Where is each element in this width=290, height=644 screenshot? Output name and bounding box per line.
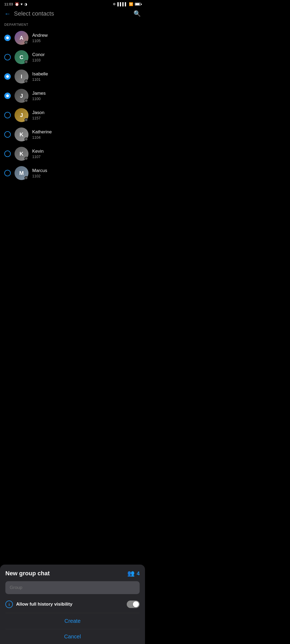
wifi-icon: 🛜 [129, 2, 133, 6]
contact-info-kevin: Kevin1107 [32, 149, 141, 159]
avatar-container-conor: C [15, 50, 28, 64]
radio-katherine[interactable] [4, 131, 11, 138]
contact-ext-kevin: 1107 [32, 155, 141, 159]
status-dot-isabelle [24, 79, 28, 83]
time-display: 11:03 [4, 2, 13, 6]
battery-icon [135, 3, 141, 6]
status-dot-andrew [24, 41, 28, 44]
contact-ext-marcus: 1102 [32, 174, 141, 178]
status-bar: 11:03 ⏰ ♥ ◑ ✲ ▌▌▌▌ 🛜 [0, 0, 145, 7]
contact-name-isabelle: Isabelle [32, 71, 141, 77]
contact-ext-conor: 1103 [32, 58, 141, 62]
contact-info-andrew: Andrew1105 [32, 33, 141, 43]
radio-andrew[interactable] [4, 35, 11, 41]
contact-name-marcus: Marcus [32, 168, 141, 173]
radio-james[interactable] [4, 93, 11, 99]
status-right: ✲ ▌▌▌▌ 🛜 [113, 2, 141, 6]
contact-name-jason: Jason [32, 110, 141, 115]
contact-info-jason: Jason1157 [32, 110, 141, 120]
contact-ext-jason: 1157 [32, 116, 141, 120]
avatar-container-marcus: M [15, 166, 28, 180]
contact-ext-katherine: 1104 [32, 135, 141, 140]
app-bar: ← Select contacts 🔍 [0, 7, 145, 20]
avatar-container-andrew: A [15, 31, 28, 45]
status-dot-jason [24, 118, 28, 122]
avatar-container-kevin: K [15, 147, 28, 161]
contact-info-conor: Conor1103 [32, 52, 141, 62]
contact-info-katherine: Katherine1104 [32, 129, 141, 140]
avatar-container-isabelle: I [15, 69, 28, 83]
contact-name-conor: Conor [32, 52, 141, 57]
contact-info-isabelle: Isabelle1101 [32, 71, 141, 82]
contact-name-kevin: Kevin [32, 149, 141, 154]
contact-ext-isabelle: 1101 [32, 77, 141, 82]
radio-marcus[interactable] [4, 170, 11, 176]
radio-conor[interactable] [4, 54, 11, 60]
status-dot-marcus [24, 176, 28, 180]
contact-item-jason[interactable]: JJason1157 [0, 105, 145, 125]
avatar-container-james: J [15, 89, 28, 103]
contact-name-james: James [32, 91, 141, 96]
contact-item-andrew[interactable]: AAndrew1105 [0, 28, 145, 47]
signal-icon: ▌▌▌▌ [117, 2, 127, 6]
status-left: 11:03 ⏰ ♥ ◑ [4, 2, 27, 6]
contact-info-marcus: Marcus1102 [32, 168, 141, 178]
contact-info-james: James1100 [32, 91, 141, 101]
contact-ext-james: 1100 [32, 97, 141, 101]
contact-item-katherine[interactable]: KKatherine1104 [0, 125, 145, 144]
contact-list: AAndrew1105CConor1103IIsabelle1101JJames… [0, 28, 145, 183]
contact-item-marcus[interactable]: MMarcus1102 [0, 163, 145, 183]
search-button[interactable]: 🔍 [133, 10, 141, 17]
contact-list-wrapper: DEPARTMENT AAndrew1105CConor1103IIsabell… [0, 20, 145, 306]
back-button[interactable]: ← [4, 10, 11, 17]
status-dot-katherine [24, 137, 28, 141]
battery-fill [135, 3, 140, 5]
alarm-icon: ⏰ [15, 2, 19, 6]
contact-ext-andrew: 1105 [32, 39, 141, 43]
contact-name-katherine: Katherine [32, 129, 141, 135]
bluetooth-icon: ✲ [113, 2, 116, 6]
contact-item-james[interactable]: JJames1100 [0, 86, 145, 105]
contact-item-kevin[interactable]: KKevin1107 [0, 144, 145, 163]
status-dot-kevin [24, 157, 28, 160]
contact-name-andrew: Andrew [32, 33, 141, 38]
page-title: Select contacts [14, 10, 130, 17]
radio-isabelle[interactable] [4, 73, 11, 80]
avatar-container-jason: J [15, 108, 28, 122]
health-icon: ♥ [21, 2, 23, 6]
section-header: DEPARTMENT [0, 20, 145, 28]
contact-item-isabelle[interactable]: IIsabelle1101 [0, 67, 145, 86]
status-dot-conor [24, 60, 28, 64]
avatar-container-katherine: K [15, 127, 28, 141]
status-dot-james [24, 99, 28, 102]
radio-kevin[interactable] [4, 151, 11, 157]
radio-jason[interactable] [4, 112, 11, 118]
contact-item-conor[interactable]: CConor1103 [0, 47, 145, 67]
gsync-icon: ◑ [24, 2, 27, 6]
